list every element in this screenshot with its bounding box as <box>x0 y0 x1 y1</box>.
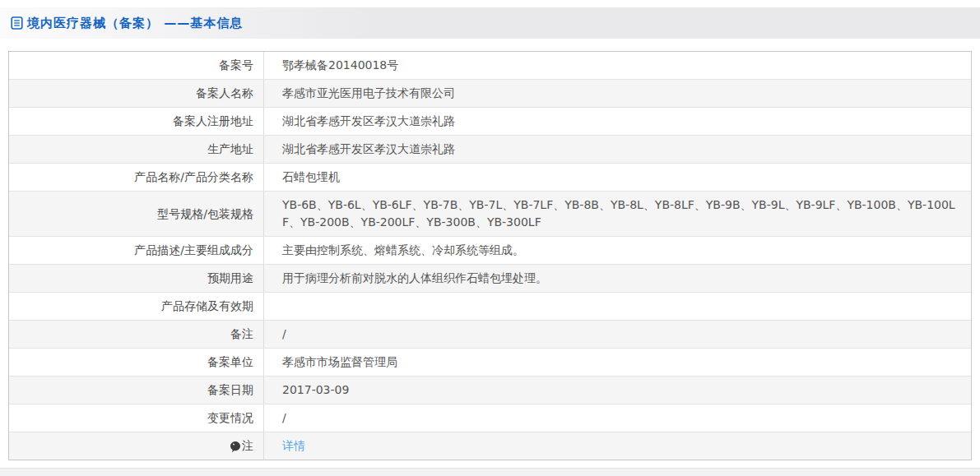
row-label-cell: 备案人名称 <box>9 80 264 107</box>
note-balloon-icon <box>230 441 240 453</box>
page: 境内医疗器械（备案） ——基本信息 备案号 鄂孝械备20140018号 <box>0 0 980 476</box>
table-row: 备案人注册地址 湖北省孝感开发区孝汉大道崇礼路 <box>9 108 971 136</box>
row-label-cell: 型号规格/包装规格 <box>9 192 264 236</box>
row-label: 型号规格/包装规格 <box>157 206 253 223</box>
row-label-cell: 备案单位 <box>9 349 264 376</box>
row-label-cell: 生产地址 <box>9 136 264 163</box>
table-row: 备案单位 孝感市市场监督管理局 <box>9 349 971 377</box>
table-row: 生产地址 湖北省孝感开发区孝汉大道崇礼路 <box>9 136 971 164</box>
row-label: 备案人注册地址 <box>173 113 253 130</box>
page-header: 境内医疗器械（备案） ——基本信息 <box>0 7 980 39</box>
row-label-cell: 产品名称/产品分类名称 <box>9 164 264 191</box>
table-row: 备案日期 2017-03-09 <box>9 377 971 404</box>
row-value-cell: 孝感市市场监督管理局 <box>264 349 971 376</box>
footer-strip <box>0 468 980 476</box>
table-row: 备案人名称 孝感市亚光医用电子技术有限公司 <box>9 80 971 108</box>
row-label: 备注 <box>230 326 253 343</box>
row-value: 湖北省孝感开发区孝汉大道崇礼路 <box>282 113 455 130</box>
table-row: 产品描述/主要组成成分 主要由控制系统、熔蜡系统、冷却系统等组成。 <box>9 237 971 265</box>
row-label-cell: 注 <box>9 432 264 460</box>
row-label: 预期用途 <box>207 270 253 287</box>
row-value: 用于病理分析前对脱水的人体组织作石蜡包埋处理。 <box>282 270 547 287</box>
row-label: 变更情况 <box>207 409 253 427</box>
table-row: 注 详情 <box>9 432 971 460</box>
row-label: 产品存储及有效期 <box>161 298 253 315</box>
row-value-cell <box>264 293 971 320</box>
row-value-cell: 2017-03-09 <box>264 377 971 404</box>
row-value-cell: / <box>264 321 971 348</box>
row-value: / <box>282 409 286 427</box>
row-value-cell: 孝感市亚光医用电子技术有限公司 <box>264 80 971 107</box>
row-label-cell: 预期用途 <box>9 265 264 292</box>
row-label-cell: 备案日期 <box>9 377 264 404</box>
table-row: 产品名称/产品分类名称 石蜡包埋机 <box>9 164 971 192</box>
row-label: 生产地址 <box>207 141 253 158</box>
table-row: 变更情况 / <box>9 404 971 432</box>
row-label-cell: 产品存储及有效期 <box>9 293 264 320</box>
row-value: 2017-03-09 <box>282 381 349 399</box>
row-value: 鄂孝械备20140018号 <box>282 57 398 74</box>
document-icon <box>11 16 23 30</box>
row-value-cell: / <box>264 404 971 432</box>
table-row: 备案号 鄂孝械备20140018号 <box>9 52 971 80</box>
row-label: 备案单位 <box>207 354 253 371</box>
page-title: 境内医疗器械（备案） ——基本信息 <box>27 16 243 31</box>
table-row: 预期用途 用于病理分析前对脱水的人体组织作石蜡包埋处理。 <box>9 265 971 293</box>
row-value-cell: 用于病理分析前对脱水的人体组织作石蜡包埋处理。 <box>264 265 971 292</box>
row-value-cell: 石蜡包埋机 <box>264 164 971 191</box>
row-label-cell: 备案人注册地址 <box>9 108 264 135</box>
row-label: 产品名称/产品分类名称 <box>134 169 253 186</box>
row-value-cell: 湖北省孝感开发区孝汉大道崇礼路 <box>264 108 971 135</box>
row-label: 注 <box>242 437 253 455</box>
row-value: 孝感市市场监督管理局 <box>282 354 397 371</box>
row-label-cell: 产品描述/主要组成成分 <box>9 237 264 264</box>
table-row: 备注 / <box>9 321 971 349</box>
row-label: 备案人名称 <box>196 85 253 102</box>
row-value: 石蜡包埋机 <box>282 169 340 186</box>
row-label: 备案号 <box>219 57 253 74</box>
row-value-cell: 详情 <box>264 432 971 460</box>
row-label-cell: 变更情况 <box>9 404 264 432</box>
info-table: 备案号 鄂孝械备20140018号 备案人名称 孝感市亚光医用电子技术有限公司 <box>8 51 972 460</box>
row-label: 备案日期 <box>207 381 253 399</box>
row-label-cell: 备案号 <box>9 52 264 79</box>
row-value: 湖北省孝感开发区孝汉大道崇礼路 <box>282 141 455 158</box>
row-label-cell: 备注 <box>9 321 264 348</box>
row-value-cell: 湖北省孝感开发区孝汉大道崇礼路 <box>264 136 971 163</box>
row-value: YB-6B、YB-6L、YB-6LF、YB-7B、YB-7L、YB-7LF、YB… <box>282 196 958 231</box>
row-value: / <box>282 326 286 343</box>
table-row: 产品存储及有效期 <box>9 293 971 321</box>
row-value-cell: YB-6B、YB-6L、YB-6LF、YB-7B、YB-7L、YB-7LF、YB… <box>264 192 971 236</box>
row-value-cell: 主要由控制系统、熔蜡系统、冷却系统等组成。 <box>264 237 971 264</box>
row-value-cell: 鄂孝械备20140018号 <box>264 52 971 79</box>
row-value: 孝感市亚光医用电子技术有限公司 <box>282 85 455 102</box>
row-value: 主要由控制系统、熔蜡系统、冷却系统等组成。 <box>282 242 524 259</box>
table-row: 型号规格/包装规格 YB-6B、YB-6L、YB-6LF、YB-7B、YB-7L… <box>9 192 971 237</box>
details-link[interactable]: 详情 <box>282 437 305 455</box>
row-label: 产品描述/主要组成成分 <box>134 242 253 259</box>
